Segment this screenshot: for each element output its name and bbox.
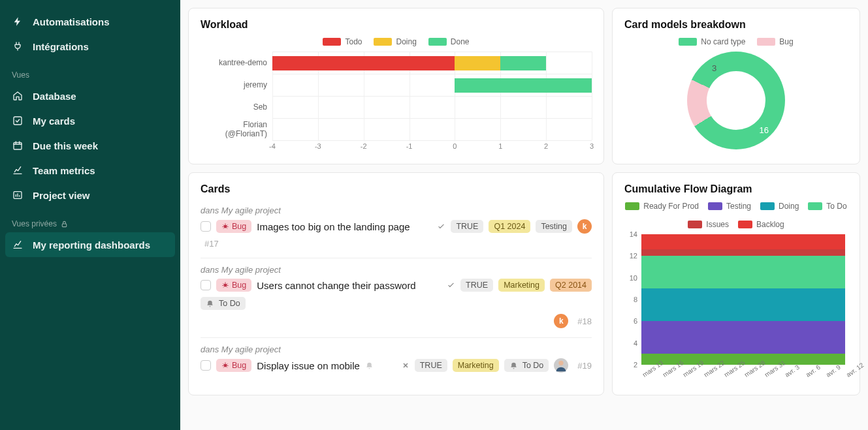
lock-icon — [61, 221, 68, 228]
legend-item: Testing — [708, 202, 751, 211]
legend-item: Issues — [688, 220, 729, 229]
calendar-icon — [12, 140, 24, 151]
legend-item: Bug — [757, 37, 793, 46]
quarter-tag: Q1 2024 — [489, 220, 530, 233]
card-number: #18 — [577, 316, 592, 326]
breakdown-panel: Card models breakdown No card typeBug 16… — [612, 8, 860, 164]
workload-panel: Workload TodoDoingDone kantree-demojerem… — [188, 8, 604, 164]
card-item[interactable]: dans My agile projectBugImages too big o… — [201, 202, 592, 258]
workload-row-label: Seb — [201, 102, 272, 112]
bell-icon — [206, 299, 214, 308]
check-icon — [437, 223, 445, 231]
sidebar-item-my-reporting-dashboards[interactable]: My reporting dashboards — [5, 232, 175, 257]
svg-point-5 — [224, 284, 227, 287]
true-tag: TRUE — [415, 359, 447, 372]
sidebar-item-label: My reporting dashboards — [33, 239, 150, 251]
legend-item: Doing — [760, 202, 799, 211]
sidebar-item-team-metrics[interactable]: Team metrics — [0, 158, 180, 183]
legend-item: Todo — [323, 37, 362, 46]
cfd-band — [641, 288, 845, 321]
bell-muted-icon — [365, 361, 374, 370]
sidebar-item-my-cards[interactable]: My cards — [0, 108, 180, 133]
dept-tag: Marketing — [453, 359, 499, 372]
sidebar-item-label: My cards — [33, 115, 75, 127]
sidebar-item-intégrations[interactable]: Intégrations — [0, 34, 180, 59]
workload-row: Seb — [201, 96, 592, 118]
cards-title: Cards — [201, 183, 592, 195]
card-checkbox[interactable] — [201, 280, 211, 290]
dept-tag: Marketing — [498, 279, 545, 292]
bug-icon — [221, 223, 229, 230]
check-square-icon — [12, 115, 24, 127]
legend-item: Done — [428, 37, 470, 46]
true-tag: TRUE — [460, 279, 493, 292]
cards-panel: Cards dans My agile projectBugImages too… — [188, 172, 604, 395]
svg-point-6 — [224, 364, 227, 367]
card-title: Images too big on the landing page — [257, 221, 410, 232]
legend-item: No card type — [679, 37, 745, 46]
cfd-legend: Ready For ProdTestingDoingTo DoIssuesBac… — [624, 202, 848, 229]
card-item[interactable]: dans My agile projectBugUsers cannot cha… — [201, 258, 592, 337]
sidebar-item-automatisations[interactable]: Automatisations — [0, 9, 180, 34]
svg-rect-1 — [14, 142, 22, 149]
cfd-band — [641, 256, 845, 288]
cfd-panel: Cumulative Flow Diagram Ready For ProdTe… — [612, 172, 860, 395]
sidebar-item-label: Project view — [33, 190, 90, 201]
workload-row: Florian (@FlorianT) — [201, 118, 592, 140]
workload-row-label: jeremy — [201, 80, 272, 89]
workload-row: jeremy — [201, 74, 592, 96]
avatar[interactable]: k — [554, 314, 568, 328]
card-checkbox[interactable] — [201, 221, 211, 232]
card-title: Users cannot change their password — [257, 280, 415, 291]
chart-line-icon — [12, 164, 24, 176]
legend-item: To Do — [808, 202, 846, 211]
card-item[interactable]: dans My agile projectBugDisplay issue on… — [201, 337, 592, 382]
card-project-label: dans My agile project — [201, 345, 592, 354]
sidebar-item-due-this-week[interactable]: Due this week — [0, 133, 180, 158]
sidebar-item-label: Team metrics — [33, 165, 95, 176]
legend-item: Doing — [374, 37, 416, 46]
status-tag: To Do — [201, 297, 246, 310]
donut-chart: 163 — [687, 52, 785, 149]
legend-item: Ready For Prod — [625, 202, 699, 211]
workload-legend: TodoDoingDone — [201, 37, 592, 46]
bug-icon — [221, 281, 229, 289]
cfd-band — [641, 321, 845, 354]
status-tag: To Do — [504, 359, 549, 372]
avatar[interactable] — [554, 358, 568, 373]
main-content: Workload TodoDoingDone kantree-demojerem… — [180, 0, 868, 430]
sidebar-item-project-view[interactable]: Project view — [0, 183, 180, 207]
bolt-icon — [12, 16, 24, 27]
breakdown-legend: No card typeBug — [624, 37, 848, 46]
private-views-section-label: Vues privées — [0, 207, 180, 232]
card-number: #17 — [204, 239, 219, 249]
bug-icon — [221, 361, 229, 369]
bug-tag: Bug — [216, 359, 251, 372]
bell-icon — [509, 361, 518, 370]
cfd-band — [641, 249, 845, 256]
sidebar-item-label: Database — [33, 91, 76, 102]
plug-icon — [12, 40, 24, 52]
card-project-label: dans My agile project — [201, 206, 592, 215]
avatar[interactable]: k — [577, 219, 592, 234]
workload-row-label: kantree-demo — [201, 58, 272, 67]
card-project-label: dans My agile project — [201, 265, 592, 275]
analytics-icon — [12, 189, 24, 201]
bug-tag: Bug — [216, 220, 251, 233]
cfd-title: Cumulative Flow Diagram — [624, 183, 848, 195]
sidebar-item-database[interactable]: Database — [0, 84, 180, 108]
card-checkbox[interactable] — [201, 360, 211, 371]
svg-point-7 — [559, 361, 564, 365]
sidebar-item-label: Due this week — [33, 140, 98, 151]
sidebar-item-label: Automatisations — [33, 16, 110, 27]
sidebar: AutomatisationsIntégrations Vues Databas… — [0, 0, 180, 430]
card-number: #19 — [577, 361, 592, 371]
breakdown-title: Card models breakdown — [624, 19, 848, 31]
status-tag: Testing — [536, 220, 572, 233]
card-title: Display issue on mobile — [257, 360, 360, 371]
chart-line-icon — [12, 239, 24, 251]
svg-point-4 — [224, 225, 227, 228]
quarter-tag: Q2 2014 — [550, 279, 592, 292]
true-tag: TRUE — [451, 220, 483, 233]
home-icon — [12, 90, 24, 102]
